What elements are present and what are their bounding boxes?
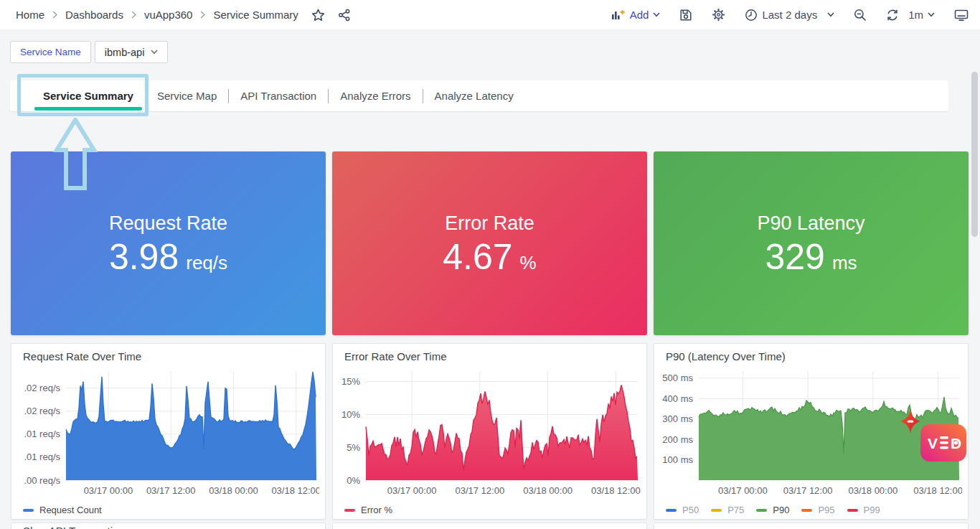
stat-unit: req/s — [186, 252, 227, 274]
legend-label: Request Count — [39, 505, 102, 515]
svg-text:.02 req/s: .02 req/s — [24, 406, 60, 416]
legend-item-p95[interactable]: P95 — [801, 505, 834, 515]
legend-label: Error % — [361, 505, 392, 515]
zoom-out-button[interactable] — [854, 9, 867, 22]
legend-label: P95 — [818, 505, 834, 515]
star-icon — [311, 9, 325, 22]
refresh-interval-label: 1m — [908, 9, 923, 21]
stat-title: Error Rate — [445, 212, 534, 235]
svg-text:10%: 10% — [341, 409, 360, 420]
breadcrumb-vuapp360[interactable]: vuApp360 — [144, 9, 193, 21]
stat-title: Request Rate — [109, 212, 227, 235]
add-label: Add — [630, 9, 649, 21]
request-rate-chart-panel[interactable]: Request Rate Over Time .02 req/s.02 req/… — [11, 343, 326, 520]
refresh-interval-dropdown[interactable]: 1m — [908, 9, 935, 21]
svg-text:03/18 12:00: 03/18 12:00 — [913, 485, 962, 496]
p90-latency-stat-panel[interactable]: P90 Latency 329ms — [654, 151, 969, 335]
kiosk-mode-button[interactable] — [954, 9, 969, 22]
error-rate-chart[interactable]: 15%10%5%0%03/17 00:0003/17 12:0003/18 00… — [339, 365, 641, 499]
request-rate-stat-panel[interactable]: Request Rate 3.98req/s — [11, 151, 326, 335]
time-range-picker[interactable]: Last 2 days — [745, 9, 834, 22]
next-panel — [332, 523, 647, 529]
svg-text:100 ms: 100 ms — [662, 454, 693, 465]
legend-label: P90 — [773, 505, 789, 515]
chart-legend: Error % — [344, 505, 392, 515]
svg-text:400 ms: 400 ms — [662, 393, 693, 404]
zoom-out-icon — [854, 9, 867, 22]
stat-value: 4.67 — [443, 239, 512, 275]
favorite-star-button[interactable] — [311, 9, 325, 22]
dashboard-settings-button[interactable] — [712, 8, 725, 22]
legend-item-p75[interactable]: P75 — [711, 505, 744, 515]
svg-text:03/17 00:00: 03/17 00:00 — [387, 485, 437, 496]
active-tab-underline — [34, 107, 142, 111]
svg-text:03/18 12:00: 03/18 12:00 — [591, 485, 641, 496]
legend-item-error-pct[interactable]: Error % — [344, 505, 392, 515]
chevron-down-icon — [151, 50, 158, 55]
request-rate-chart[interactable]: .02 req/s.02 req/s.01 req/s.01 req/s.00 … — [17, 365, 319, 499]
svg-text:300 ms: 300 ms — [662, 413, 693, 424]
legend-item-request-count[interactable]: Request Count — [23, 505, 102, 515]
legend-swatch — [801, 509, 812, 512]
tv-icon — [954, 9, 969, 22]
error-rate-chart-panel[interactable]: Error Rate Over Time 15%10%5%0%03/17 00:… — [332, 343, 647, 520]
tab-api-transaction[interactable]: API Transaction — [229, 80, 328, 111]
svg-text:.01 req/s: .01 req/s — [24, 451, 60, 462]
error-rate-stat-panel[interactable]: Error Rate 4.67% — [332, 151, 647, 335]
watermark-letter: V — [928, 435, 938, 451]
svg-text:0%: 0% — [347, 475, 360, 486]
save-icon — [679, 9, 692, 22]
share-icon — [338, 9, 351, 22]
legend-swatch — [666, 509, 677, 512]
next-panel-row: Slow API Transactions — [11, 523, 969, 529]
breadcrumb-chevron-icon — [200, 11, 205, 19]
save-dashboard-button[interactable] — [679, 9, 692, 22]
next-panel — [654, 523, 969, 529]
tab-label: Analyze Latency — [435, 90, 514, 102]
stat-value: 329 — [765, 239, 824, 275]
svg-text:03/17 00:00: 03/17 00:00 — [84, 485, 133, 496]
tab-analyze-latency[interactable]: Analyze Latency — [423, 80, 525, 111]
tabs-bar: Service Summary Service Map API Transact… — [10, 80, 948, 111]
tab-service-map[interactable]: Service Map — [146, 80, 228, 111]
chart-title: Error Rate Over Time — [344, 350, 447, 362]
tab-analyze-errors[interactable]: Analyze Errors — [329, 80, 422, 111]
tab-service-summary[interactable]: Service Summary — [32, 80, 145, 111]
breadcrumb-dashboards[interactable]: Dashboards — [65, 9, 123, 21]
chevron-down-icon — [827, 12, 834, 17]
template-variable-row: Service Name ibmb-api — [10, 41, 168, 63]
service-name-dropdown[interactable]: ibmb-api — [95, 41, 169, 63]
svg-text:03/17 12:00: 03/17 12:00 — [146, 485, 196, 496]
add-panel-button[interactable]: Add — [611, 9, 661, 22]
legend-item-p99[interactable]: P99 — [847, 505, 880, 515]
page-scrollbar[interactable] — [971, 72, 978, 237]
svg-text:03/17 00:00: 03/17 00:00 — [718, 485, 768, 496]
legend-swatch — [847, 509, 858, 512]
stat-value: 3.98 — [109, 239, 179, 275]
svg-text:03/18 12:00: 03/18 12:00 — [271, 485, 319, 496]
svg-text:03/18 00:00: 03/18 00:00 — [209, 485, 258, 496]
chevron-down-icon — [653, 12, 660, 17]
slow-api-transactions-panel[interactable]: Slow API Transactions — [11, 523, 326, 529]
share-button[interactable] — [338, 9, 351, 22]
legend-item-p50[interactable]: P50 — [666, 505, 699, 515]
time-range-label: Last 2 days — [762, 9, 817, 21]
breadcrumb-home[interactable]: Home — [16, 9, 44, 21]
refresh-button[interactable] — [886, 9, 899, 22]
breadcrumb-chevron-icon — [52, 11, 57, 19]
legend-swatch — [344, 509, 355, 512]
tab-label: Service Summary — [43, 90, 133, 102]
chart-panels-row: Request Rate Over Time .02 req/s.02 req/… — [11, 343, 969, 520]
dashboard-page: Home Dashboards vuApp360 Service Summary… — [0, 0, 980, 529]
chart-legend: Request Count — [23, 505, 102, 515]
svg-text:03/18 00:00: 03/18 00:00 — [849, 485, 898, 496]
legend-item-p90[interactable]: P90 — [756, 505, 789, 515]
stat-panels-row: Request Rate 3.98req/s Error Rate 4.67% … — [11, 151, 969, 335]
veed-watermark-logo: V D — [920, 424, 966, 462]
legend-swatch — [756, 509, 767, 512]
breadcrumb-chevron-icon — [131, 11, 136, 19]
chart-title: P90 (Latency Over Time) — [666, 350, 786, 362]
tab-label: API Transaction — [240, 90, 316, 102]
svg-text:03/17 12:00: 03/17 12:00 — [783, 485, 833, 496]
breadcrumb: Home Dashboards vuApp360 Service Summary — [16, 9, 298, 21]
